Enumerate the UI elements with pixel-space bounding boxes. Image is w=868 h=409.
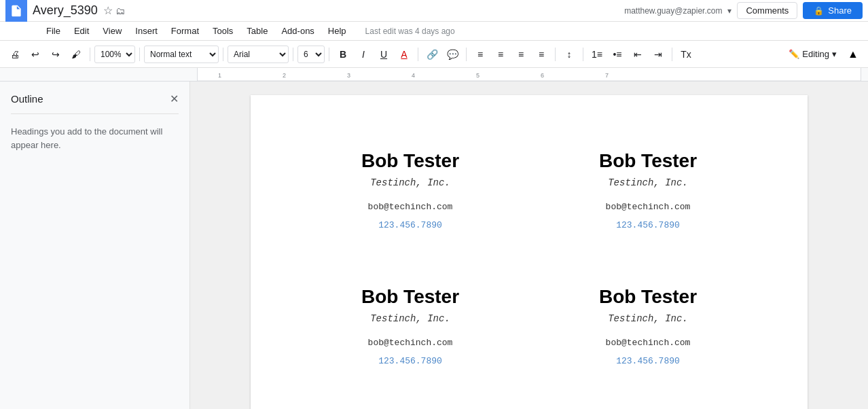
- app-icon: [5, 0, 27, 22]
- document-page: Bob Tester Testinch, Inc. bob@techinch.c…: [251, 95, 808, 409]
- divider-5: [329, 48, 329, 61]
- share-button[interactable]: 🔒 Share: [803, 2, 863, 19]
- align-left-button[interactable]: ≡: [471, 45, 490, 64]
- card-email-3: bob@techinch.com: [550, 338, 746, 348]
- editing-mode[interactable]: ✏️ Editing ▾: [783, 48, 842, 60]
- card-company-2: Testinch, Inc.: [312, 313, 508, 324]
- menu-table[interactable]: Table: [241, 24, 273, 37]
- editing-label: Editing: [802, 49, 829, 59]
- align-center-button[interactable]: ≡: [491, 45, 510, 64]
- card-company-1: Testinch, Inc.: [550, 177, 746, 188]
- menu-help[interactable]: Help: [323, 24, 352, 37]
- underline-button[interactable]: U: [374, 45, 393, 64]
- card-phone-3: 123.456.7890: [550, 356, 746, 366]
- doc-title: Avery_5390: [33, 3, 98, 18]
- sidebar-hint: Headings you add to the document will ap…: [11, 126, 162, 150]
- increase-indent-button[interactable]: ⇥: [649, 45, 668, 64]
- menu-file[interactable]: File: [41, 24, 66, 37]
- sidebar-header: Outline ✕: [11, 92, 179, 105]
- svg-text:6: 6: [541, 72, 544, 79]
- card-phone-2: 123.456.7890: [312, 356, 508, 366]
- menu-format[interactable]: Format: [166, 24, 204, 37]
- redo-button[interactable]: ↪: [46, 45, 65, 64]
- top-bar: Avery_5390 ☆ 🗂 matthew.guay@zapier.com ▾…: [0, 0, 868, 22]
- card-name-2: Bob Tester: [312, 286, 508, 308]
- business-card-1: Bob Tester Testinch, Inc. bob@techinch.c…: [529, 122, 767, 258]
- font-color-button[interactable]: A: [395, 45, 414, 64]
- menu-view[interactable]: View: [97, 24, 127, 37]
- align-right-button[interactable]: ≡: [511, 45, 530, 64]
- card-phone-0: 123.456.7890: [312, 220, 508, 230]
- share-label: Share: [828, 5, 852, 16]
- sidebar-divider: [11, 113, 179, 114]
- ruler-inner: 1 2 3 4 5 6 7: [197, 68, 861, 81]
- card-phone-1: 123.456.7890: [550, 220, 746, 230]
- main-content: Outline ✕ Headings you add to the docume…: [0, 82, 868, 409]
- card-grid: Bob Tester Testinch, Inc. bob@techinch.c…: [291, 122, 767, 394]
- style-select[interactable]: Normal text: [144, 46, 219, 63]
- top-bar-right: matthew.guay@zapier.com ▾ Comments 🔒 Sha…: [624, 2, 863, 19]
- comments-button[interactable]: Comments: [737, 2, 797, 19]
- decrease-indent-button[interactable]: ⇤: [628, 45, 647, 64]
- svg-text:4: 4: [412, 72, 415, 79]
- pencil-icon: ✏️: [789, 49, 799, 59]
- divider-3: [223, 48, 223, 61]
- card-name-1: Bob Tester: [550, 150, 746, 172]
- divider-1: [90, 48, 90, 61]
- divider-10: [672, 48, 672, 61]
- menu-tools[interactable]: Tools: [207, 24, 238, 37]
- comment-inline-button[interactable]: 💬: [443, 45, 462, 64]
- card-name-0: Bob Tester: [312, 150, 508, 172]
- bulleted-list-button[interactable]: •≡: [608, 45, 627, 64]
- card-email-2: bob@techinch.com: [312, 338, 508, 348]
- svg-text:1: 1: [218, 72, 221, 79]
- font-select[interactable]: Arial: [228, 46, 289, 63]
- divider-7: [466, 48, 467, 61]
- print-button[interactable]: 🖨: [5, 45, 24, 64]
- dropdown-arrow-user: ▾: [727, 6, 731, 16]
- divider-4: [293, 48, 293, 61]
- folder-icon[interactable]: 🗂: [115, 5, 125, 16]
- svg-text:7: 7: [605, 72, 609, 79]
- sidebar-close-button[interactable]: ✕: [170, 92, 179, 105]
- bold-button[interactable]: B: [333, 45, 352, 64]
- line-spacing-button[interactable]: ↕: [560, 45, 579, 64]
- card-name-3: Bob Tester: [550, 286, 746, 308]
- ruler: 1 2 3 4 5 6 7: [0, 68, 868, 82]
- clear-formatting-button[interactable]: Tx: [676, 45, 695, 64]
- last-edit-label: Last edit was 4 days ago: [365, 26, 455, 36]
- toolbar: 🖨 ↩ ↪ 🖌 100% Normal text Arial 6 B I U A…: [0, 41, 868, 68]
- card-company-0: Testinch, Inc.: [312, 177, 508, 188]
- business-card-3: Bob Tester Testinch, Inc. bob@techinch.c…: [529, 258, 767, 394]
- business-card-2: Bob Tester Testinch, Inc. bob@techinch.c…: [291, 258, 529, 394]
- divider-2: [139, 48, 140, 61]
- numbered-list-button[interactable]: 1≡: [587, 45, 607, 64]
- zoom-select[interactable]: 100%: [94, 46, 135, 63]
- document-area[interactable]: Bob Tester Testinch, Inc. bob@techinch.c…: [190, 82, 868, 409]
- svg-text:2: 2: [283, 72, 286, 79]
- card-company-3: Testinch, Inc.: [550, 313, 746, 324]
- divider-9: [583, 48, 583, 61]
- link-button[interactable]: 🔗: [422, 45, 441, 64]
- lock-icon: 🔒: [814, 6, 824, 16]
- card-email-1: bob@techinch.com: [550, 202, 746, 212]
- divider-6: [418, 48, 418, 61]
- italic-button[interactable]: I: [354, 45, 373, 64]
- svg-text:5: 5: [476, 72, 480, 79]
- collapse-toolbar-button[interactable]: ▲: [844, 45, 863, 64]
- sidebar-title: Outline: [11, 93, 43, 105]
- paint-format-button[interactable]: 🖌: [67, 45, 86, 64]
- menu-insert[interactable]: Insert: [130, 24, 163, 37]
- star-icon[interactable]: ☆: [103, 4, 113, 17]
- card-email-0: bob@techinch.com: [312, 202, 508, 212]
- menu-bar: File Edit View Insert Format Tools Table…: [0, 22, 868, 41]
- menu-addons[interactable]: Add-ons: [276, 24, 319, 37]
- undo-button[interactable]: ↩: [26, 45, 45, 64]
- menu-edit[interactable]: Edit: [69, 24, 94, 37]
- align-justify-button[interactable]: ≡: [532, 45, 551, 64]
- svg-text:3: 3: [347, 72, 350, 79]
- divider-8: [555, 48, 556, 61]
- user-email: matthew.guay@zapier.com: [624, 6, 722, 16]
- business-card-0: Bob Tester Testinch, Inc. bob@techinch.c…: [291, 122, 529, 258]
- font-size-select[interactable]: 6: [297, 46, 325, 63]
